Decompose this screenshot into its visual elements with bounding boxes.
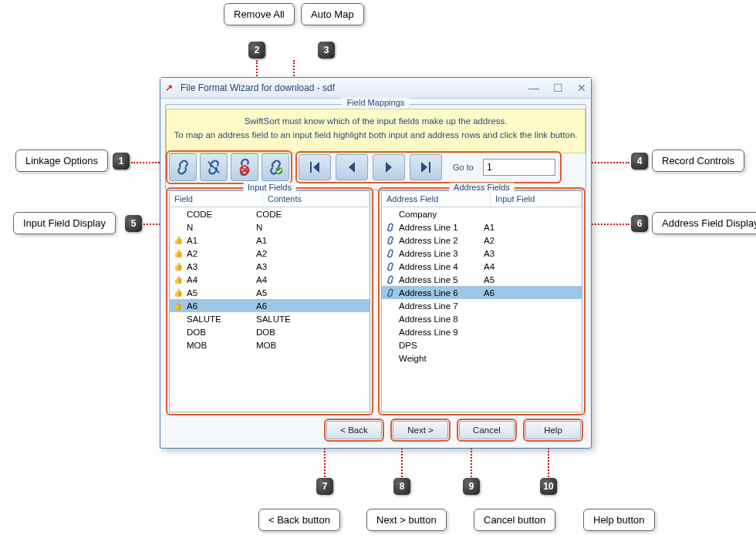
first-icon [309, 162, 321, 173]
titlebar: ↗ File Format Wizard for download - sdf … [160, 78, 591, 99]
cell-field: N [185, 223, 256, 232]
table-row[interactable]: 👍A1A1 [170, 234, 370, 247]
table-row[interactable]: SALUTESALUTE [170, 312, 370, 325]
table-row[interactable]: 👍A5A5 [170, 286, 370, 299]
first-record-button[interactable] [299, 154, 331, 180]
table-row[interactable]: DPS [382, 338, 582, 351]
input-fields-panel: Input Fields Field Contents CODECODENN👍A… [166, 187, 373, 415]
callout-cancel-button: Cancel button [474, 509, 555, 531]
prev-icon [347, 162, 356, 173]
maximize-button[interactable]: ☐ [553, 82, 563, 94]
callout-record-controls: Record Controls [652, 150, 744, 172]
callout-next-button: Next > button [366, 509, 447, 531]
cell-address: Address Line 6 [397, 288, 484, 298]
col-field[interactable]: Field [170, 191, 263, 207]
linked-icon [383, 236, 397, 245]
linked-icon: 👍 [171, 236, 185, 244]
table-row[interactable]: MOBMOB [170, 338, 370, 351]
linked-icon: 👍 [171, 301, 185, 310]
table-row[interactable]: 👍A6A6 [170, 299, 370, 312]
cell-field: DOB [185, 328, 256, 337]
cell-address: Address Line 9 [397, 328, 484, 337]
table-row[interactable]: Address Line 5A5 [382, 273, 582, 286]
next-record-button[interactable] [373, 154, 405, 180]
goto-input[interactable] [483, 159, 555, 176]
auto-map-button[interactable] [262, 153, 289, 181]
table-row[interactable]: Address Line 7 [382, 299, 582, 312]
cell-address: Address Line 2 [397, 236, 484, 245]
cell-address: Address Line 4 [397, 262, 484, 271]
cell-address: Address Line 1 [397, 223, 484, 232]
cell-address: Address Line 8 [397, 314, 484, 324]
table-row[interactable]: Address Line 8 [382, 312, 582, 325]
table-row[interactable]: Address Line 4A4 [382, 260, 582, 273]
callout-badge-8: 8 [393, 478, 410, 495]
cell-field: A2 [185, 249, 256, 258]
next-button[interactable]: Next > [393, 421, 448, 439]
minimize-button[interactable]: — [528, 82, 539, 94]
callout-address-field-display: Address Field Display [652, 212, 756, 234]
cell-contents: SALUTE [256, 314, 368, 324]
remove-all-icon [236, 159, 253, 176]
link-button[interactable] [169, 153, 197, 181]
cell-field: A1 [185, 236, 256, 245]
banner-line1: SwiftSort must know which of the input f… [167, 114, 585, 128]
table-row[interactable]: Address Line 3A3 [382, 247, 582, 260]
auto-map-icon [267, 159, 284, 176]
col-contents[interactable]: Contents [263, 191, 370, 207]
help-button[interactable]: Help [525, 421, 581, 439]
linked-icon: 👍 [171, 275, 185, 284]
cell-contents: A6 [256, 301, 368, 311]
table-row[interactable]: Address Line 9 [382, 325, 582, 338]
table-row[interactable]: 👍A2A2 [170, 247, 370, 260]
table-row[interactable]: Weight [382, 351, 582, 365]
cell-contents: CODE [256, 210, 368, 219]
cell-field: SALUTE [185, 314, 256, 324]
back-button[interactable]: < Back [326, 421, 382, 439]
cell-address: Address Line 7 [397, 301, 484, 311]
table-row[interactable]: NN [170, 220, 370, 234]
callout-badge-7: 7 [316, 478, 333, 495]
cell-input: A6 [484, 288, 580, 298]
table-row[interactable]: Address Line 2A2 [382, 234, 582, 247]
linked-icon: 👍 [171, 288, 185, 297]
table-row[interactable]: Company [382, 207, 582, 220]
callout-badge-9: 9 [463, 478, 480, 495]
table-row[interactable]: 👍A3A3 [170, 260, 370, 273]
field-mappings-legend: Field Mappings [343, 98, 410, 107]
table-row[interactable]: Address Line 1A1 [382, 220, 582, 234]
app-icon: ↗ [165, 82, 176, 93]
address-fields-legend: Address Fields [449, 183, 515, 192]
table-row[interactable]: 👍A4A4 [170, 273, 370, 286]
window-title: File Format Wizard for download - sdf [181, 82, 335, 93]
table-row[interactable]: DOBDOB [170, 325, 370, 338]
callout-badge-1: 1 [113, 153, 130, 170]
unlink-button[interactable] [200, 153, 228, 181]
cell-field: A3 [185, 262, 256, 271]
cell-input: A3 [484, 249, 580, 258]
cell-input: A2 [484, 236, 580, 245]
col-address-field[interactable]: Address Field [382, 191, 491, 207]
linked-icon [383, 275, 397, 284]
last-record-button[interactable] [410, 154, 442, 180]
next-icon [384, 162, 393, 173]
link-icon [174, 159, 191, 176]
linked-icon [383, 262, 397, 271]
cancel-button[interactable]: Cancel [459, 421, 515, 439]
callout-help-button: Help button [583, 509, 655, 531]
callout-linkage-options: Linkage Options [15, 150, 108, 172]
table-row[interactable]: CODECODE [170, 207, 370, 220]
remove-all-button[interactable] [231, 153, 258, 181]
record-navigation: Go to [295, 151, 562, 183]
cell-field: A6 [185, 301, 256, 311]
close-button[interactable]: ✕ [577, 82, 586, 94]
cell-address: Address Line 5 [397, 275, 484, 284]
callout-badge-5: 5 [125, 215, 142, 232]
prev-record-button[interactable] [336, 154, 368, 180]
wizard-window: ↗ File Format Wizard for download - sdf … [160, 77, 592, 449]
table-row[interactable]: Address Line 6A6 [382, 286, 582, 299]
last-icon [420, 162, 432, 173]
linked-icon [383, 223, 397, 232]
cell-address: Company [397, 210, 484, 219]
col-input-field[interactable]: Input Field [491, 191, 582, 207]
